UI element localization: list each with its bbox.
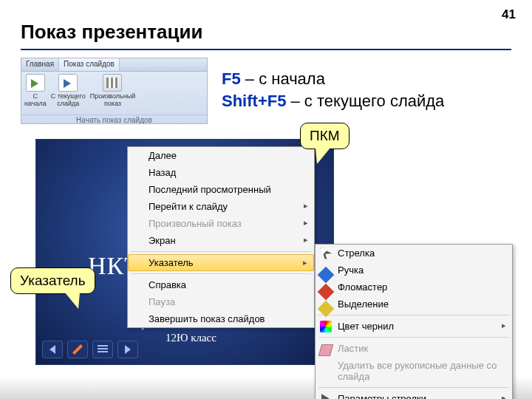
ctx-sep1	[131, 251, 311, 252]
play-from-current-icon	[58, 74, 78, 92]
ctx-help[interactable]: Справка	[128, 276, 314, 293]
menu-icon	[98, 345, 108, 354]
arrow-options-icon	[321, 394, 333, 399]
slideshow-nav	[42, 341, 138, 358]
sub-highlight[interactable]: Выделение	[316, 296, 512, 313]
nav-prev-button[interactable]	[42, 341, 63, 358]
key-f5-desc: – с начала	[241, 69, 325, 88]
eraser-icon	[318, 344, 333, 356]
slide-class: 12Ю класс	[166, 332, 216, 344]
ribbon-from-start-label: С начала	[24, 93, 47, 108]
ribbon-tab-slideshow[interactable]: Показ слайдов	[59, 58, 120, 71]
ribbon-group-caption: Начать показ слайдов	[21, 115, 207, 124]
sub-ink-color[interactable]: Цвет чернил	[316, 318, 512, 335]
nav-menu-button[interactable]	[92, 341, 113, 358]
callout-pointer: Указатель	[10, 267, 95, 294]
nav-pen-button[interactable]	[67, 341, 88, 358]
ctx-back[interactable]: Назад	[128, 164, 314, 181]
ctx-pause: Пауза	[128, 293, 314, 310]
ribbon-from-start-button[interactable]: С начала	[24, 74, 47, 112]
ribbon-from-current-label: С текущего слайда	[51, 93, 86, 108]
ribbon-custom-show-label: Произвольный показ	[90, 93, 136, 108]
ctx-goto-slide[interactable]: Перейти к слайду	[128, 198, 314, 215]
ribbon-slideshow: Главная Показ слайдов С начала С текущег…	[21, 58, 208, 124]
ctx-custom-show: Произвольный показ	[128, 215, 314, 232]
custom-show-icon	[103, 74, 122, 92]
sub-sep2	[318, 337, 509, 338]
ctx-end-show[interactable]: Завершить показ слайдов	[128, 310, 314, 327]
sub-sep1	[318, 315, 509, 316]
sub-pen[interactable]: Ручка	[316, 262, 512, 279]
page-title: Показ презентации	[21, 21, 202, 44]
sub-sep3	[318, 387, 509, 388]
ribbon-tab-home[interactable]: Главная	[21, 58, 59, 71]
key-shift-f5: Shift+F5	[222, 92, 286, 110]
title-underline	[21, 49, 511, 50]
sub-arrow-options[interactable]: Параметры стрелки	[316, 390, 512, 399]
page-number: 41	[502, 7, 516, 22]
ribbon-custom-show-button[interactable]: Произвольный показ	[90, 74, 136, 112]
key-f5: F5	[222, 69, 241, 88]
color-icon	[320, 321, 332, 332]
sub-felt-pen[interactable]: Фломастер	[316, 279, 512, 296]
callout-rmb: ПКМ	[300, 123, 349, 149]
pointer-submenu: Стрелка Ручка Фломастер Выделение Цвет ч…	[315, 244, 513, 399]
sub-erase-all: Удалить все рукописные данные со слайда	[316, 357, 512, 385]
ctx-pointer[interactable]: Указатель	[128, 254, 314, 271]
nav-next-button[interactable]	[117, 341, 138, 358]
sub-arrow[interactable]: Стрелка	[316, 245, 512, 262]
ctx-last-viewed[interactable]: Последний просмотренный	[128, 181, 314, 198]
context-menu: Далее Назад Последний просмотренный Пере…	[127, 146, 315, 328]
ctx-screen[interactable]: Экран	[128, 232, 314, 249]
play-from-start-icon	[26, 74, 45, 92]
ribbon-from-current-button[interactable]: С текущего слайда	[51, 74, 86, 112]
pen-icon	[73, 345, 81, 353]
keyboard-shortcuts: F5 – с начала Shift+F5 – с текущего слай…	[222, 68, 444, 112]
sub-eraser: Ластик	[316, 340, 512, 357]
ctx-sep2	[131, 273, 311, 274]
key-shift-f5-desc: – с текущего слайда	[286, 92, 444, 110]
ctx-next[interactable]: Далее	[128, 147, 314, 164]
cursor-icon	[320, 248, 332, 259]
